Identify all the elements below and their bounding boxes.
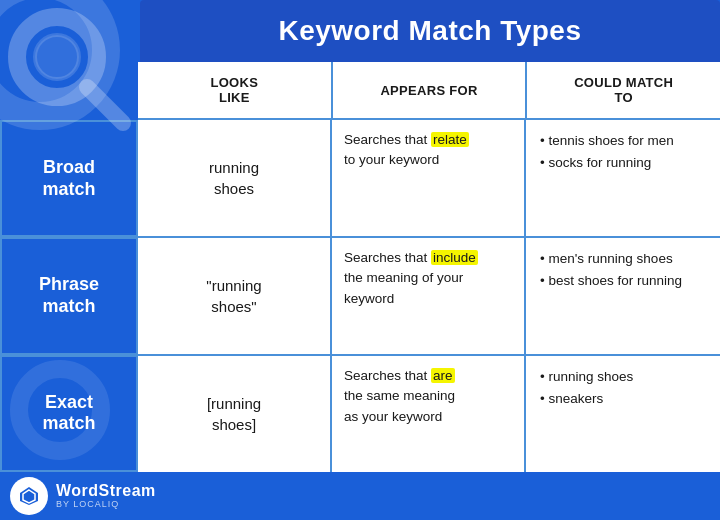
broad-appears-for-text: Searches that relateto your keyword bbox=[344, 130, 469, 171]
list-item: socks for running bbox=[540, 152, 674, 174]
phrase-appears-for-text: Searches that includethe meaning of your… bbox=[344, 248, 478, 309]
logo-text-block: WordStream by LOCALIQ bbox=[56, 482, 156, 509]
broad-match-text: Broadmatch bbox=[42, 157, 95, 200]
col-header-looks-like-text: LOOKSLIKE bbox=[210, 75, 258, 105]
wordstream-logo: WordStream by LOCALIQ bbox=[10, 477, 156, 515]
phrase-looks-like-value: "runningshoes" bbox=[206, 275, 261, 317]
exact-looks-like-value: [runningshoes] bbox=[207, 393, 261, 435]
exact-looks-like-cell: [runningshoes] bbox=[138, 356, 332, 472]
logo-brand: WordStream bbox=[56, 482, 156, 500]
logo-icon bbox=[10, 477, 48, 515]
exact-appears-for-text: Searches that arethe same meaningas your… bbox=[344, 366, 455, 427]
table-row: runningshoes Searches that relateto your… bbox=[138, 120, 720, 238]
col-header-looks-like: LOOKSLIKE bbox=[138, 62, 333, 118]
logo-sub: by LOCALIQ bbox=[56, 500, 156, 510]
list-item: best shoes for running bbox=[540, 270, 682, 292]
broad-looks-like-cell: runningshoes bbox=[138, 120, 332, 236]
exact-match-list: running shoes sneakers bbox=[540, 366, 633, 409]
col-header-appears-for-text: APPEARS FOR bbox=[380, 83, 477, 98]
svg-line-2 bbox=[87, 87, 123, 123]
col-headers: LOOKSLIKE APPEARS FOR COULD MATCHTO bbox=[138, 62, 720, 120]
broad-highlight: relate bbox=[431, 132, 469, 147]
main-container: Keyword Match Types Broadmatch Phrasemat… bbox=[0, 0, 720, 520]
table-main: LOOKSLIKE APPEARS FOR COULD MATCHTO runn… bbox=[138, 62, 720, 472]
col-header-could-match: COULD MATCHTO bbox=[527, 62, 720, 118]
broad-could-match-cell: tennis shoes for men socks for running bbox=[526, 120, 720, 236]
data-rows: runningshoes Searches that relateto your… bbox=[138, 120, 720, 472]
page-title: Keyword Match Types bbox=[278, 15, 581, 47]
magnifier-icon bbox=[5, 5, 135, 135]
phrase-could-match-cell: men's running shoes best shoes for runni… bbox=[526, 238, 720, 354]
phrase-looks-like-cell: "runningshoes" bbox=[138, 238, 332, 354]
phrase-match-list: men's running shoes best shoes for runni… bbox=[540, 248, 682, 291]
broad-appears-for-cell: Searches that relateto your keyword bbox=[332, 120, 526, 236]
table-row: [runningshoes] Searches that arethe same… bbox=[138, 356, 720, 472]
bg-circle-2 bbox=[10, 360, 110, 460]
footer: WordStream by LOCALIQ bbox=[0, 472, 720, 520]
phrase-appears-for-cell: Searches that includethe meaning of your… bbox=[332, 238, 526, 354]
col-header-could-match-text: COULD MATCHTO bbox=[574, 75, 673, 105]
broad-match-list: tennis shoes for men socks for running bbox=[540, 130, 674, 173]
phrase-highlight: include bbox=[431, 250, 478, 265]
broad-match-label: Broadmatch bbox=[0, 120, 138, 237]
exact-highlight: are bbox=[431, 368, 455, 383]
broad-looks-like-value: runningshoes bbox=[209, 157, 259, 199]
list-item: running shoes bbox=[540, 366, 633, 388]
exact-appears-for-cell: Searches that arethe same meaningas your… bbox=[332, 356, 526, 472]
list-item: sneakers bbox=[540, 388, 633, 410]
phrase-match-text: Phrasematch bbox=[39, 274, 99, 317]
list-item: men's running shoes bbox=[540, 248, 682, 270]
header-title-box: Keyword Match Types bbox=[140, 0, 720, 62]
list-item: tennis shoes for men bbox=[540, 130, 674, 152]
logo-svg bbox=[18, 485, 40, 507]
table-row: "runningshoes" Searches that includethe … bbox=[138, 238, 720, 356]
col-header-appears-for: APPEARS FOR bbox=[333, 62, 528, 118]
svg-point-1 bbox=[35, 35, 79, 79]
exact-could-match-cell: running shoes sneakers bbox=[526, 356, 720, 472]
phrase-match-label: Phrasematch bbox=[0, 237, 138, 354]
